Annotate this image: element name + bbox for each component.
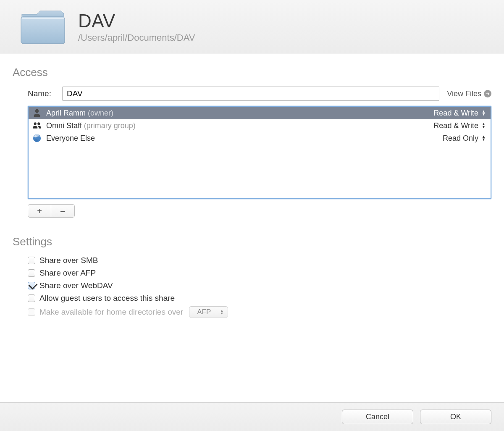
permission-row[interactable]: Everyone Else Read Only ▲▼ bbox=[29, 132, 491, 145]
setting-share-webdav[interactable]: Share over WebDAV bbox=[28, 281, 491, 290]
permission-level[interactable]: Read & Write bbox=[433, 109, 478, 118]
add-button[interactable]: + bbox=[28, 205, 51, 217]
access-section-title: Access bbox=[13, 66, 491, 79]
checkbox-icon[interactable] bbox=[28, 294, 35, 302]
permission-row[interactable]: Omni Staff (primary group) Read & Write … bbox=[29, 119, 491, 132]
view-files-link[interactable]: View Files ➔ bbox=[447, 89, 491, 98]
add-remove-segmented: + – bbox=[28, 204, 75, 218]
setting-allow-guest[interactable]: Allow guest users to access this share bbox=[28, 294, 491, 303]
svg-rect-0 bbox=[21, 17, 65, 44]
permission-name: Omni Staff (primary group) bbox=[46, 121, 433, 130]
checkbox-icon[interactable] bbox=[28, 269, 35, 277]
checkbox-icon bbox=[28, 308, 35, 316]
stepper-icon: ▲▼ bbox=[220, 309, 223, 315]
view-files-label: View Files bbox=[447, 89, 481, 98]
header-bar: DAV /Users/april/Documents/DAV bbox=[0, 0, 504, 54]
globe-icon bbox=[32, 133, 42, 143]
permission-row[interactable]: April Ramm (owner) Read & Write ▲▼ bbox=[29, 107, 491, 119]
setting-label: Allow guest users to access this share bbox=[39, 294, 175, 303]
header-text: DAV /Users/april/Documents/DAV bbox=[78, 11, 195, 43]
permission-level[interactable]: Read Only bbox=[443, 134, 478, 143]
arrow-right-icon: ➔ bbox=[484, 90, 491, 97]
folder-icon bbox=[19, 8, 66, 46]
group-icon bbox=[32, 121, 42, 131]
setting-label: Share over WebDAV bbox=[39, 281, 113, 290]
permission-level[interactable]: Read & Write bbox=[433, 121, 478, 130]
person-icon bbox=[32, 108, 42, 118]
home-dir-protocol-select: AFP ▲▼ bbox=[189, 306, 228, 318]
setting-share-afp[interactable]: Share over AFP bbox=[28, 268, 491, 278]
checkbox-icon[interactable] bbox=[28, 257, 35, 264]
stepper-icon[interactable]: ▲▼ bbox=[482, 123, 486, 129]
setting-home-directories: Make available for home directories over… bbox=[28, 306, 491, 318]
setting-label: Share over AFP bbox=[39, 268, 96, 278]
svg-point-3 bbox=[34, 135, 37, 138]
cancel-button[interactable]: Cancel bbox=[342, 410, 413, 424]
svg-rect-1 bbox=[22, 18, 64, 19]
setting-label: Share over SMB bbox=[39, 256, 98, 265]
folder-path: /Users/april/Documents/DAV bbox=[78, 32, 195, 43]
permissions-list[interactable]: April Ramm (owner) Read & Write ▲▼ Omni … bbox=[28, 106, 491, 199]
checkbox-icon[interactable] bbox=[28, 282, 35, 289]
name-label: Name: bbox=[28, 89, 58, 98]
footer-bar: Cancel OK bbox=[0, 402, 504, 431]
setting-share-smb[interactable]: Share over SMB bbox=[28, 256, 491, 265]
permission-name: Everyone Else bbox=[46, 134, 443, 143]
stepper-icon[interactable]: ▲▼ bbox=[482, 135, 486, 141]
name-input[interactable] bbox=[62, 87, 439, 101]
stepper-icon[interactable]: ▲▼ bbox=[482, 110, 486, 116]
settings-section-title: Settings bbox=[13, 235, 491, 248]
ok-button[interactable]: OK bbox=[420, 410, 491, 424]
remove-button[interactable]: – bbox=[51, 205, 74, 217]
page-title: DAV bbox=[78, 11, 195, 32]
setting-label: Make available for home directories over bbox=[39, 307, 183, 317]
permission-name: April Ramm (owner) bbox=[46, 109, 433, 118]
